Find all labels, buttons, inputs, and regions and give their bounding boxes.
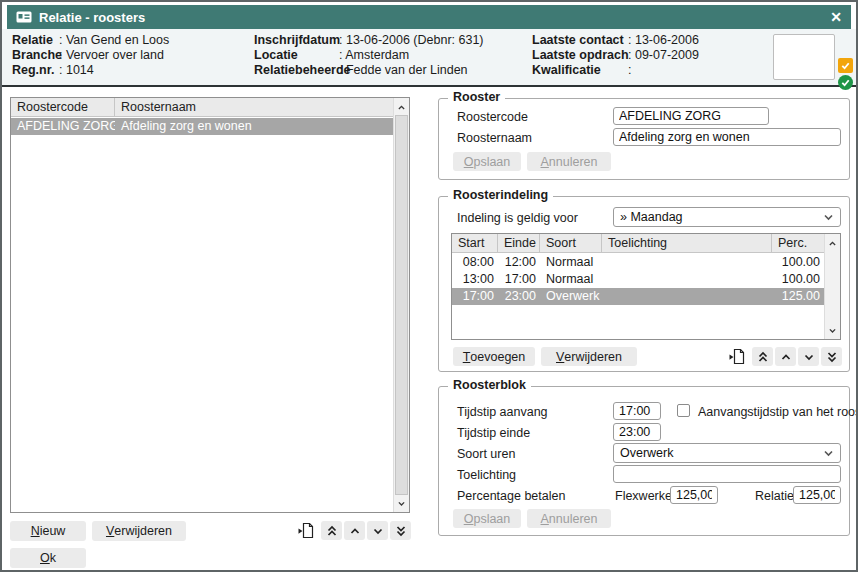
valid-for-value: » Maandag: [620, 210, 683, 224]
move-up-button[interactable]: [775, 347, 796, 366]
titlebar: Relatie - roosters ✕: [7, 5, 851, 29]
soort-uren-value: Overwerk: [620, 446, 673, 460]
field-value: : Amsterdam: [339, 48, 409, 62]
valid-for-label: Indeling is geldig voor: [457, 211, 578, 225]
save-roosterblok-button[interactable]: Opslaan: [453, 509, 521, 528]
field-label: Laatste contact: [532, 33, 624, 47]
photo-placeholder: [773, 34, 835, 80]
roster-list-row[interactable]: AFDELING ZORG Afdeling zorg en wonen: [11, 118, 393, 135]
relatie-percentage-input[interactable]: [793, 486, 841, 504]
move-last-button[interactable]: [390, 521, 411, 540]
new-button[interactable]: Nieuw: [10, 521, 86, 541]
soort-uren-select[interactable]: Overwerk: [613, 443, 841, 463]
new-record-icon[interactable]: [727, 347, 747, 366]
field-value: : Van Gend en Loos: [59, 33, 169, 47]
scroll-up-icon[interactable]: [394, 99, 409, 115]
field-value: :: [628, 63, 631, 77]
move-last-button[interactable]: [821, 347, 842, 366]
scrollbar-thumb[interactable]: [395, 115, 408, 495]
einde-cell: 23:00: [498, 288, 540, 305]
chevron-down-icon: [823, 212, 834, 223]
aanvangstijdstip-checkbox[interactable]: [677, 404, 690, 417]
roostercode-label: Roostercode: [457, 110, 528, 124]
scroll-down-icon[interactable]: [394, 495, 409, 511]
einde-cell: 17:00: [498, 271, 540, 288]
flexwerker-percentage-input[interactable]: [670, 486, 718, 504]
scroll-down-icon[interactable]: [825, 322, 840, 338]
move-up-button[interactable]: [344, 521, 365, 540]
scroll-up-icon[interactable]: [825, 235, 840, 251]
double-chevron-up-icon: [757, 351, 769, 363]
relation-info-header: Relatie : Van Gend en Loos Branche : Ver…: [2, 29, 856, 87]
field-value: : 13-06-2006 (Debnr: 631): [339, 33, 484, 47]
move-down-button[interactable]: [798, 347, 819, 366]
indeling-row[interactable]: 08:00 12:00 Normaal 100.00: [452, 254, 824, 271]
field-label: Branche: [12, 48, 62, 62]
toelichting-input[interactable]: [613, 465, 841, 483]
field-value: : Vervoer over land: [59, 48, 164, 62]
roostercode-input[interactable]: [613, 107, 769, 125]
toelichting-cell: [602, 254, 772, 271]
field-label: Relatie: [12, 33, 53, 47]
column-header-einde[interactable]: Einde: [498, 234, 540, 252]
field-label: Inschrijfdatum: [254, 33, 340, 47]
valid-for-select[interactable]: » Maandag: [613, 207, 841, 227]
soort-cell: Normaal: [540, 254, 602, 271]
einde-cell: 12:00: [498, 254, 540, 271]
roster-list-header: Roostercode Roosternaam: [11, 98, 393, 117]
indeling-row[interactable]: 17:00 23:00 Overwerk 125.00: [452, 288, 824, 305]
roosternaam-label: Roosternaam: [457, 131, 532, 145]
percentage-betalen-label: Percentage betalen: [457, 489, 565, 503]
indeling-table-scrollbar: [824, 234, 840, 339]
toelichting-cell: [602, 271, 772, 288]
delete-indeling-button[interactable]: Verwijderen: [541, 347, 637, 366]
close-icon[interactable]: ✕: [830, 10, 842, 24]
move-down-button[interactable]: [367, 521, 388, 540]
move-first-button[interactable]: [752, 347, 773, 366]
cancel-rooster-button[interactable]: Annuleren: [527, 152, 611, 171]
new-record-icon[interactable]: [296, 521, 316, 540]
column-header-toelichting[interactable]: Toelichting: [602, 234, 772, 252]
field-value: : Fedde van der Linden: [339, 63, 468, 77]
field-label: Laatste opdrach: [532, 48, 629, 62]
move-first-button[interactable]: [321, 521, 342, 540]
group-title: Roosterblok: [448, 378, 531, 392]
roster-list-scrollbar: [393, 98, 409, 512]
column-header-roosternaam[interactable]: Roosternaam: [115, 98, 393, 116]
perc-cell: 100.00: [772, 254, 824, 271]
ok-button[interactable]: Ok: [10, 548, 86, 568]
tijdstip-einde-input[interactable]: [613, 423, 661, 441]
column-header-roostercode[interactable]: Roostercode: [11, 98, 115, 116]
cancel-roosterblok-button[interactable]: Annuleren: [527, 509, 611, 528]
column-header-perc[interactable]: Perc.: [772, 234, 824, 252]
chevron-down-icon: [803, 351, 815, 363]
indeling-row[interactable]: 13:00 17:00 Normaal 100.00: [452, 271, 824, 288]
window-title: Relatie - roosters: [39, 10, 145, 25]
roosterblok-group: Roosterblok Tijdstip aanvang Aanvangstij…: [438, 386, 850, 536]
roster-list: Roostercode Roosternaam AFDELING ZORG Af…: [10, 97, 410, 513]
roster-code-cell: AFDELING ZORG: [11, 118, 115, 135]
chevron-down-icon: [823, 448, 834, 459]
toelichting-cell: [602, 288, 772, 305]
orange-check-icon[interactable]: [838, 58, 853, 73]
save-rooster-button[interactable]: Opslaan: [453, 152, 521, 171]
start-cell: 13:00: [452, 271, 498, 288]
field-value: : 13-06-2006: [628, 33, 699, 47]
tijdstip-aanvang-label: Tijdstip aanvang: [457, 405, 548, 419]
group-title: Rooster: [448, 90, 505, 104]
roosternaam-input[interactable]: [613, 128, 841, 146]
add-indeling-button[interactable]: Toevoegen: [453, 347, 535, 366]
soort-cell: Normaal: [540, 271, 602, 288]
tijdstip-einde-label: Tijdstip einde: [457, 426, 530, 440]
column-header-soort[interactable]: Soort: [540, 234, 602, 252]
column-header-start[interactable]: Start: [452, 234, 498, 252]
tijdstip-aanvang-input[interactable]: [613, 402, 661, 420]
chevron-down-icon: [372, 525, 384, 537]
soort-uren-label: Soort uren: [457, 447, 515, 461]
delete-roster-button[interactable]: Verwijderen: [92, 521, 186, 541]
toelichting-label: Toelichting: [457, 468, 516, 482]
double-chevron-down-icon: [395, 525, 407, 537]
indeling-toolbar: [727, 347, 842, 366]
green-check-icon[interactable]: [838, 75, 853, 90]
contact-card-icon: [16, 11, 32, 23]
